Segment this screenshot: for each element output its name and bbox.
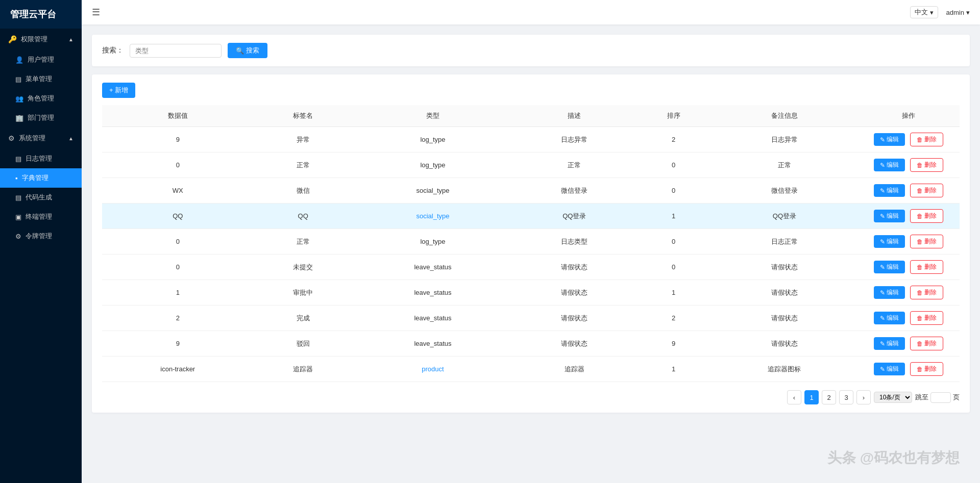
delete-button[interactable]: 🗑 删除 — [910, 133, 943, 146]
trash-icon: 🗑 — [917, 366, 923, 373]
sidebar-item-user-management[interactable]: 👤 用户管理 — [0, 50, 82, 69]
cell-remark: 日志异常 — [712, 127, 857, 152]
prev-page-button[interactable]: ‹ — [787, 390, 801, 404]
cell-order: 2 — [635, 306, 711, 331]
sidebar-item-token-management[interactable]: ⚙ 令牌管理 — [0, 226, 82, 246]
cell-order: 0 — [635, 178, 711, 204]
menu-group-system[interactable]: ⚙ 系统管理 ▲ — [0, 128, 82, 149]
sidebar-item-terminal-management[interactable]: ▣ 终端管理 — [0, 207, 82, 226]
user-icon: 👤 — [15, 56, 23, 64]
dict-icon: ▪ — [15, 174, 18, 182]
cell-action: ✎ 编辑 🗑 删除 — [857, 127, 960, 152]
col-type: 类型 — [353, 105, 513, 127]
delete-button[interactable]: 🗑 删除 — [910, 209, 943, 223]
cell-value: 0 — [102, 255, 253, 280]
menu-icon: ▤ — [15, 75, 21, 83]
trash-icon: 🗑 — [917, 264, 923, 271]
cell-action: ✎ 编辑 🗑 删除 — [857, 178, 960, 204]
table-row: 2 完成 leave_status 请假状态 2 请假状态 ✎ 编辑 🗑 删除 — [102, 306, 960, 331]
delete-button[interactable]: 🗑 删除 — [910, 235, 943, 248]
cell-label: 正常 — [253, 152, 352, 178]
cell-desc: 追踪器 — [513, 357, 635, 382]
search-button[interactable]: 🔍 搜索 — [228, 43, 267, 58]
col-label: 标签名 — [253, 105, 352, 127]
edit-button[interactable]: ✎ 编辑 — [874, 133, 905, 146]
cell-type: leave_status — [353, 306, 513, 331]
admin-label: admin — [946, 9, 964, 16]
language-label: 中文 — [915, 8, 928, 17]
admin-user-button[interactable]: admin ▾ — [946, 9, 970, 16]
cell-remark: 追踪器图标 — [712, 357, 857, 382]
sidebar-toggle[interactable]: ☰ — [92, 7, 100, 18]
sidebar-item-dict-management[interactable]: ▪ 字典管理 — [0, 168, 82, 188]
sidebar-item-role-management[interactable]: 👥 角色管理 — [0, 89, 82, 108]
edit-button[interactable]: ✎ 编辑 — [874, 184, 905, 197]
cell-label: 正常 — [253, 229, 352, 255]
content-area: 搜索： 🔍 搜索 + 新增 数据值 标签名 类型 描述 排序 备注信息 — [82, 24, 980, 483]
cell-action: ✎ 编辑 🗑 删除 — [857, 357, 960, 382]
edit-icon: ✎ — [880, 136, 885, 143]
delete-button[interactable]: 🗑 删除 — [910, 158, 943, 172]
edit-button[interactable]: ✎ 编辑 — [874, 363, 905, 375]
col-desc: 描述 — [513, 105, 635, 127]
edit-button[interactable]: ✎ 编辑 — [874, 261, 905, 273]
cell-type: social_type — [353, 178, 513, 204]
cell-value: 1 — [102, 280, 253, 306]
edit-button[interactable]: ✎ 编辑 — [874, 159, 905, 171]
cell-action: ✎ 编辑 🗑 删除 — [857, 306, 960, 331]
add-button[interactable]: + 新增 — [102, 83, 135, 98]
sidebar-item-menu-management[interactable]: ▤ 菜单管理 — [0, 69, 82, 89]
chevron-up-icon: ▲ — [68, 37, 74, 42]
trash-icon: 🗑 — [917, 238, 923, 245]
edit-icon: ✎ — [880, 340, 885, 347]
table-row: 1 审批中 leave_status 请假状态 1 请假状态 ✎ 编辑 🗑 删除 — [102, 280, 960, 306]
cell-remark: 请假状态 — [712, 331, 857, 357]
code-icon: ▤ — [15, 194, 21, 201]
delete-button[interactable]: 🗑 删除 — [910, 184, 943, 197]
edit-button[interactable]: ✎ 编辑 — [874, 312, 905, 324]
pagination: ‹ 1 2 3 › 10条/页 20条/页 50条/页 跳至 页 — [102, 390, 960, 404]
menu-group-permissions[interactable]: 🔑 权限管理 ▲ — [0, 29, 82, 50]
edit-button[interactable]: ✎ 编辑 — [874, 337, 905, 350]
page-2-button[interactable]: 2 — [822, 390, 836, 404]
table-row: 0 未提交 leave_status 请假状态 0 请假状态 ✎ 编辑 🗑 删除 — [102, 255, 960, 280]
edit-button[interactable]: ✎ 编辑 — [874, 286, 905, 299]
goto-suffix: 页 — [953, 393, 960, 402]
main-wrapper: ☰ 中文 ▾ admin ▾ 搜索： 🔍 搜索 + 新增 — [82, 0, 980, 483]
cell-value: 0 — [102, 152, 253, 178]
edit-icon: ✎ — [880, 213, 885, 220]
search-input[interactable] — [130, 44, 222, 58]
table-section: + 新增 数据值 标签名 类型 描述 排序 备注信息 操作 9 异常 — [92, 74, 970, 413]
cell-order: 1 — [635, 204, 711, 229]
cell-label: 未提交 — [253, 255, 352, 280]
cell-order: 1 — [635, 357, 711, 382]
app-title: 管理云平台 — [0, 0, 82, 29]
delete-button[interactable]: 🗑 删除 — [910, 337, 943, 350]
delete-button[interactable]: 🗑 删除 — [910, 286, 943, 299]
table-row: 0 正常 log_type 正常 0 正常 ✎ 编辑 🗑 删除 — [102, 152, 960, 178]
cell-action: ✎ 编辑 🗑 删除 — [857, 229, 960, 255]
cell-remark: 请假状态 — [712, 306, 857, 331]
page-goto-input[interactable] — [930, 392, 951, 403]
cell-remark: 微信登录 — [712, 178, 857, 204]
cell-desc: 请假状态 — [513, 331, 635, 357]
page-3-button[interactable]: 3 — [839, 390, 853, 404]
trash-icon: 🗑 — [917, 136, 923, 143]
cell-value: 2 — [102, 306, 253, 331]
page-1-button[interactable]: 1 — [804, 390, 819, 404]
sidebar-item-department-management[interactable]: 🏢 部门管理 — [0, 108, 82, 128]
delete-button[interactable]: 🗑 删除 — [910, 260, 943, 274]
cell-type: log_type — [353, 127, 513, 152]
delete-button[interactable]: 🗑 删除 — [910, 311, 943, 325]
page-size-select[interactable]: 10条/页 20条/页 50条/页 — [874, 392, 912, 403]
col-action: 操作 — [857, 105, 960, 127]
delete-button[interactable]: 🗑 删除 — [910, 362, 943, 376]
sidebar-item-code-generation[interactable]: ▤ 代码生成 — [0, 188, 82, 207]
language-selector[interactable]: 中文 ▾ — [910, 6, 938, 18]
edit-button[interactable]: ✎ 编辑 — [874, 235, 905, 248]
sidebar-item-log-management[interactable]: ▤ 日志管理 — [0, 149, 82, 168]
cell-desc: 日志类型 — [513, 229, 635, 255]
next-page-button[interactable]: › — [856, 390, 871, 404]
role-icon: 👥 — [15, 95, 23, 103]
edit-button[interactable]: ✎ 编辑 — [874, 210, 905, 222]
